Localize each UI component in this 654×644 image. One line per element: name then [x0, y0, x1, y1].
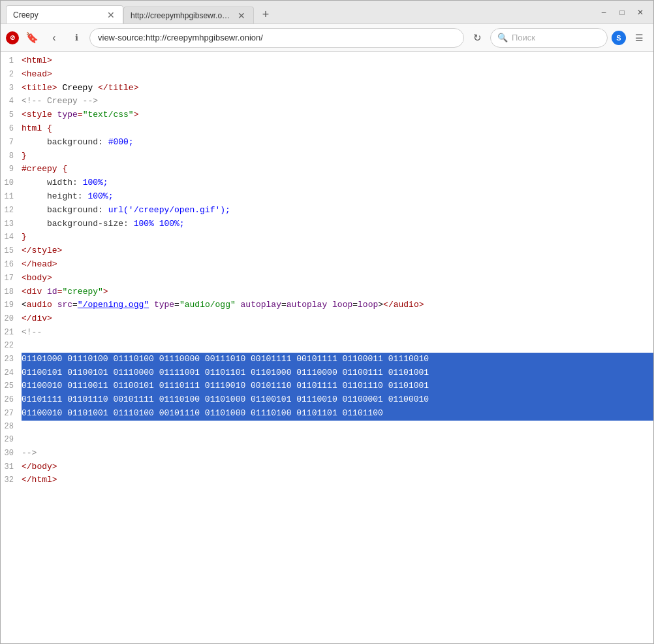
- line-number: 23: [1, 353, 22, 366]
- line-number: 28: [1, 421, 22, 433]
- account-icon[interactable]: S: [612, 31, 626, 45]
- code-line: 6html {: [1, 122, 653, 136]
- line-number: 17: [1, 272, 22, 285]
- line-number: 10: [1, 177, 22, 189]
- line-content: </body>: [22, 460, 653, 474]
- line-number: 27: [1, 408, 22, 420]
- tab-label-creepy: Creepy: [13, 10, 102, 20]
- code-line: 21<!--: [1, 326, 653, 340]
- line-content: <!--: [22, 326, 653, 340]
- code-line: 2<head>: [1, 68, 653, 82]
- line-content: <body>: [22, 272, 653, 285]
- code-line: 5<style type="text/css">: [1, 108, 653, 122]
- line-content: 01100101 01100101 01110000 01111001 0110…: [22, 366, 653, 380]
- line-content: <!-- Creepy -->: [22, 95, 653, 108]
- line-number: 11: [1, 191, 22, 203]
- tab-close-creepy-url[interactable]: ✕: [236, 10, 247, 21]
- url-bar[interactable]: view-source:http://creepymhpgibsewr.onio…: [89, 28, 464, 48]
- code-line: 32</html>: [1, 474, 653, 487]
- tab-label-creepy-url: http://creepymhpgibsewr.oni...: [131, 11, 232, 20]
- line-content: </html>: [22, 474, 653, 487]
- line-number: 18: [1, 286, 22, 298]
- line-content: 01101111 01101110 00101111 01110100 0110…: [22, 393, 653, 407]
- code-line: 31</body>: [1, 460, 653, 474]
- line-number: 2: [1, 69, 22, 81]
- code-line: 10 width: 100%;: [1, 176, 653, 190]
- line-number: 29: [1, 434, 22, 446]
- new-tab-button[interactable]: +: [257, 5, 275, 24]
- line-content: #creepy {: [22, 163, 653, 176]
- line-content: background: url('/creepy/open.gif');: [22, 204, 653, 217]
- line-content: </style>: [22, 244, 653, 258]
- refresh-button[interactable]: ↻: [468, 29, 486, 47]
- info-icon: ℹ: [67, 29, 86, 47]
- code-line: 29: [1, 434, 653, 447]
- line-number: 12: [1, 204, 22, 217]
- line-number: 32: [1, 474, 22, 487]
- back-button[interactable]: ‹: [45, 29, 63, 47]
- search-box[interactable]: 🔍 Поиск: [490, 28, 608, 48]
- code-line: 20</div>: [1, 312, 653, 326]
- code-line: 28: [1, 421, 653, 434]
- line-content: <title> Creepy </title>: [22, 82, 653, 95]
- line-content: }: [22, 150, 653, 163]
- line-content: width: 100%;: [22, 176, 653, 190]
- code-line: 17<body>: [1, 272, 653, 285]
- code-line: 12 background: url('/creepy/open.gif');: [1, 204, 653, 217]
- line-content: </head>: [22, 258, 653, 272]
- close-button[interactable]: ✕: [632, 5, 648, 20]
- line-number: 9: [1, 163, 22, 176]
- line-number: 24: [1, 367, 22, 379]
- code-line: 22: [1, 340, 653, 353]
- line-number: 30: [1, 447, 22, 460]
- line-content: 01100010 01101001 01110100 00101110 0110…: [22, 407, 653, 421]
- line-number: 13: [1, 218, 22, 231]
- code-line: 8}: [1, 150, 653, 163]
- line-content: 01101000 01110100 01110100 01110000 0011…: [22, 353, 653, 366]
- line-number: 31: [1, 461, 22, 474]
- maximize-button[interactable]: □: [614, 5, 630, 20]
- source-view: 1<html>2<head>3<title> Creepy </title>4<…: [1, 52, 653, 643]
- code-line: 1<html>: [1, 54, 653, 68]
- line-number: 26: [1, 394, 22, 406]
- line-content: </div>: [22, 312, 653, 326]
- line-number: 7: [1, 137, 22, 149]
- code-line: 19<audio src="/opening.ogg" type="audio/…: [1, 298, 653, 312]
- browser-window: Creepy ✕ http://creepymhpgibsewr.oni... …: [0, 0, 654, 644]
- line-content: <style type="text/css">: [22, 108, 653, 122]
- code-line: 14}: [1, 231, 653, 244]
- code-line: 30-->: [1, 447, 653, 460]
- line-number: 21: [1, 327, 22, 339]
- line-number: 25: [1, 380, 22, 393]
- line-content: background: #000;: [22, 136, 653, 150]
- line-content: background-size: 100% 100%;: [22, 217, 653, 231]
- line-number: 15: [1, 245, 22, 257]
- menu-button[interactable]: ☰: [630, 29, 648, 47]
- tab-creepy-url[interactable]: http://creepymhpgibsewr.oni... ✕: [123, 7, 254, 24]
- line-number: 22: [1, 340, 22, 352]
- line-number: 5: [1, 109, 22, 121]
- code-line: 2501100010 01110011 01100101 01110111 01…: [1, 379, 653, 393]
- search-icon: 🔍: [497, 33, 508, 42]
- history-icon[interactable]: 🔖: [23, 29, 41, 47]
- code-line: 13 background-size: 100% 100%;: [1, 217, 653, 231]
- title-bar: Creepy ✕ http://creepymhpgibsewr.oni... …: [1, 1, 653, 24]
- line-content: 01100010 01110011 01100101 01110111 0111…: [22, 379, 653, 393]
- code-line: 15</style>: [1, 244, 653, 258]
- minimize-button[interactable]: –: [596, 5, 612, 20]
- code-line: 2301101000 01110100 01110100 01110000 00…: [1, 353, 653, 366]
- code-line: 18<div id="creepy">: [1, 285, 653, 299]
- line-content: }: [22, 231, 653, 244]
- address-bar: ⊘ 🔖 ‹ ℹ view-source:http://creepymhpgibs…: [1, 24, 653, 52]
- line-number: 3: [1, 82, 22, 95]
- tab-close-creepy[interactable]: ✕: [106, 10, 116, 20]
- line-number: 6: [1, 123, 22, 135]
- line-content: height: 100%;: [22, 190, 653, 204]
- tab-bar: Creepy ✕ http://creepymhpgibsewr.oni... …: [6, 1, 591, 24]
- url-text: view-source:http://creepymhpgibsewr.onio…: [98, 33, 456, 42]
- code-line: 7 background: #000;: [1, 136, 653, 150]
- security-status-icon: ⊘: [6, 31, 19, 44]
- code-line: 16</head>: [1, 258, 653, 272]
- tab-creepy[interactable]: Creepy ✕: [6, 5, 123, 24]
- code-line: 2401100101 01100101 01110000 01111001 01…: [1, 366, 653, 380]
